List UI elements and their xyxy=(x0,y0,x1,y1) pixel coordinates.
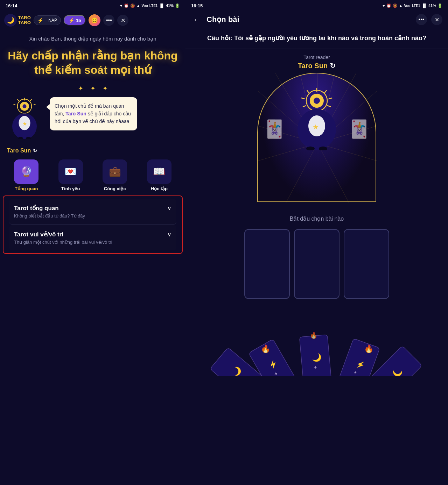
svg-line-30 xyxy=(307,90,309,93)
category-tongquan[interactable]: 🔮 Tổng quan xyxy=(6,159,47,191)
close-button-right[interactable]: ✕ xyxy=(431,14,442,25)
chevron-icon-2: ∨ xyxy=(167,231,172,238)
refresh-icon[interactable]: ↻ xyxy=(33,148,37,154)
arch-background: ★ 🃏 🃏 xyxy=(257,73,376,202)
greeting-text: Xin chào Bạn, thông điệp ngày hôm nay dà… xyxy=(0,29,186,46)
menu-item-vuive[interactable]: Tarot vui vẻ/vô tri ∨ Thư giãn một chút … xyxy=(9,225,176,250)
time-right: 16:15 xyxy=(191,3,203,8)
cat-icon-congviec: 💼 xyxy=(103,159,127,184)
right-panel: 16:15 ♥ ⏰ 🔕 ▲ Voo LTE1 ▐▌ 41% 🔋 ← Chọn b… xyxy=(186,0,448,485)
menu-item-header-1: Tarot tổng quan ∨ xyxy=(14,205,172,212)
character-right: ★ xyxy=(292,87,341,152)
status-bar-left: 16:14 ♥ ⏰ 🔕 ▲ Voo LTE1 ▐▌ 41% 🔋 xyxy=(0,0,186,11)
taro-sun-label-left: Taro Sun ↻ xyxy=(0,146,186,155)
card-slot-2[interactable] xyxy=(294,229,340,299)
more-button-right[interactable]: ••• xyxy=(416,14,427,25)
svg-text:🔥: 🔥 xyxy=(261,344,271,354)
time-left: 16:14 xyxy=(6,3,17,8)
menu-item-sub-1: Không biết bắt đầu từ đâu? Từ đây xyxy=(14,213,172,219)
character-section: ★ Chọn một chủ đề mà bạn quan tâm, Taro … xyxy=(0,94,186,146)
sparkle-left: ✦ xyxy=(78,85,83,92)
reader-label: Tarot reader xyxy=(303,55,330,60)
bolt-icon: ⚡ xyxy=(37,17,43,23)
more-button[interactable]: ••• xyxy=(103,15,114,26)
avatar: 😊 xyxy=(89,14,100,26)
svg-line-3 xyxy=(34,104,36,105)
question-text: Câu hỏi: Tôi sẽ gặp người yêu tương lai … xyxy=(207,35,426,42)
reader-section: Tarot reader Taro Sun ↻ xyxy=(186,49,448,73)
category-congviec[interactable]: 💼 Công việc xyxy=(94,159,136,191)
arch-section: ★ 🃏 🃏 xyxy=(186,73,448,213)
reader-refresh-icon[interactable]: ↻ xyxy=(330,62,336,70)
logo-text: TARO TARO xyxy=(18,15,31,26)
close-button-left[interactable]: ✕ xyxy=(117,15,128,26)
cat-icon-tinhtieu: 💌 xyxy=(58,159,83,184)
menu-item-header-2: Tarot vui vẻ/vô tri ∨ xyxy=(14,231,172,238)
svg-text:🔥: 🔥 xyxy=(310,331,318,339)
cat-icon-hoctap: 📖 xyxy=(147,159,172,184)
cat-label-tinhtieu: Tình yêu xyxy=(61,186,80,191)
svg-line-32 xyxy=(327,106,331,107)
svg-line-17 xyxy=(317,143,349,203)
menu-item-title-2: Tarot vui vẻ/vô tri xyxy=(14,231,63,238)
main-message: Hãy chấp nhận rằng bạn không thể kiểm so… xyxy=(0,46,186,83)
cat-label-tongquan: Tổng quan xyxy=(15,186,38,191)
svg-point-7 xyxy=(22,104,26,108)
category-tinhtieu[interactable]: 💌 Tình yêu xyxy=(50,159,92,191)
start-text: Bắt đầu chọn bài nào xyxy=(186,213,448,225)
question-banner: Câu hỏi: Tôi sẽ gặp người yêu tương lai … xyxy=(186,28,448,49)
svg-line-18 xyxy=(286,143,317,203)
chevron-icon-1: ∨ xyxy=(167,205,172,212)
header-right: ← Chọn bài ••• ✕ xyxy=(186,11,448,28)
svg-rect-50 xyxy=(338,338,380,376)
svg-line-5 xyxy=(14,104,16,105)
status-icons-right: ♥ ⏰ 🔕 ▲ Voo LTE1 ▐▌ 41% 🔋 xyxy=(383,3,442,8)
page-title: Chọn bài xyxy=(206,15,412,24)
sparkle-right: ✦ xyxy=(103,85,108,92)
sparkle-center: ✦ xyxy=(90,85,96,92)
sparkle-row: ✦ ✦ ✦ xyxy=(0,83,186,94)
side-card-right: 🃏 xyxy=(348,119,370,139)
coins-bolt-icon: ⚡ xyxy=(69,17,75,23)
svg-point-35 xyxy=(314,98,320,104)
category-hoctap[interactable]: 📖 Học tập xyxy=(139,159,180,191)
cat-label-congviec: Công việc xyxy=(104,186,126,191)
logo-icon: 🌙 xyxy=(4,14,17,27)
svg-text:🌙: 🌙 xyxy=(312,352,322,363)
character-left: ★ xyxy=(7,97,46,143)
card-fan-section: 🌙 ✦ ⚡ ✦ 🌙 ✦ ⚡ ✦ xyxy=(186,306,448,376)
back-button[interactable]: ← xyxy=(191,14,202,25)
menu-list: Tarot tổng quan ∨ Không biết bắt đầu từ … xyxy=(3,195,183,254)
status-icons-left: ♥ ⏰ 🔕 ▲ Voo LTE1 ▐▌ 41% 🔋 xyxy=(120,3,180,8)
cat-label-hoctap: Học tập xyxy=(151,186,168,191)
header-left: 🌙 TARO TARO ⚡ + NAP ⚡ 15 😊 ••• ✕ xyxy=(0,11,186,29)
coins-button[interactable]: ⚡ 15 xyxy=(64,15,86,26)
cat-icon-tongquan: 🔮 xyxy=(14,159,38,184)
status-bar-right: 16:15 ♥ ⏰ 🔕 ▲ Voo LTE1 ▐▌ 41% 🔋 xyxy=(186,0,448,11)
side-card-left: 🃏 xyxy=(264,119,285,139)
svg-text:✦: ✦ xyxy=(313,364,318,370)
speech-bold: Taro Sun xyxy=(65,111,86,116)
svg-line-28 xyxy=(324,90,327,93)
svg-line-31 xyxy=(301,98,305,99)
card-slot-3[interactable] xyxy=(344,229,389,299)
menu-item-sub-2: Thư giãn một chút với những trải bài vui… xyxy=(14,240,172,245)
reader-name: Taro Sun ↻ xyxy=(298,62,336,70)
card-slot-1[interactable] xyxy=(244,229,290,299)
svg-line-33 xyxy=(303,106,306,107)
logo-area: 🌙 TARO TARO xyxy=(4,14,31,27)
speech-bubble: Chọn một chủ đề mà bạn quan tâm, Taro Su… xyxy=(50,97,137,130)
svg-text:🔥: 🔥 xyxy=(364,344,374,354)
svg-line-29 xyxy=(329,98,332,99)
left-panel: 16:14 ♥ ⏰ 🔕 ▲ Voo LTE1 ▐▌ 41% 🔋 🌙 TARO T… xyxy=(0,0,186,485)
svg-line-4 xyxy=(18,99,19,101)
menu-item-title-1: Tarot tổng quan xyxy=(14,205,59,212)
svg-text:★: ★ xyxy=(313,123,319,131)
nap-button[interactable]: ⚡ + NAP xyxy=(34,15,61,25)
card-slots xyxy=(186,225,448,303)
svg-line-2 xyxy=(30,99,32,101)
categories-row: 🔮 Tổng quan 💌 Tình yêu 💼 Công việc 📖 Học… xyxy=(0,155,186,195)
svg-text:★: ★ xyxy=(22,121,27,127)
menu-item-tongquan[interactable]: Tarot tổng quan ∨ Không biết bắt đầu từ … xyxy=(9,199,176,224)
